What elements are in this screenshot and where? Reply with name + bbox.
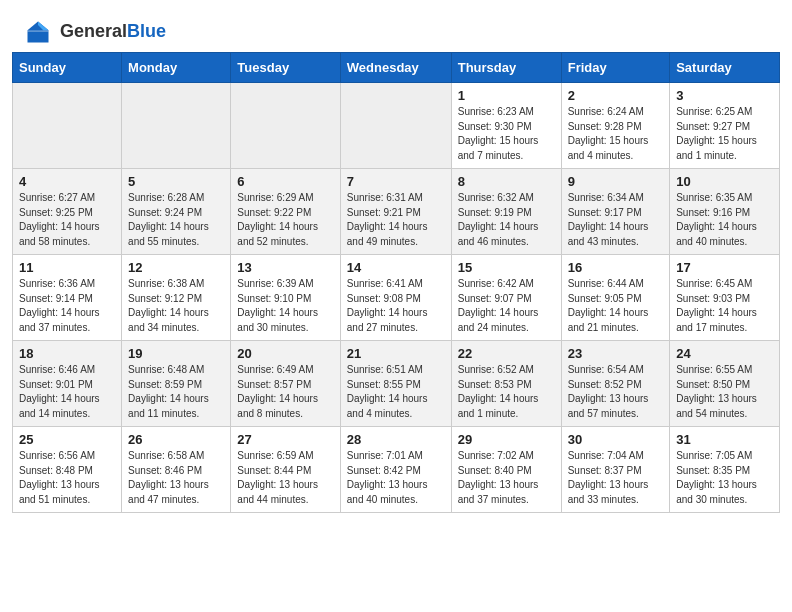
day-info: Sunrise: 6:23 AM Sunset: 9:30 PM Dayligh… — [458, 105, 555, 163]
calendar-cell — [231, 83, 340, 169]
day-number: 3 — [676, 88, 773, 103]
calendar-table: SundayMondayTuesdayWednesdayThursdayFrid… — [12, 52, 780, 513]
calendar-cell: 24Sunrise: 6:55 AM Sunset: 8:50 PM Dayli… — [670, 341, 780, 427]
day-number: 7 — [347, 174, 445, 189]
day-number: 8 — [458, 174, 555, 189]
calendar-cell: 18Sunrise: 6:46 AM Sunset: 9:01 PM Dayli… — [13, 341, 122, 427]
day-info: Sunrise: 6:58 AM Sunset: 8:46 PM Dayligh… — [128, 449, 224, 507]
day-info: Sunrise: 6:25 AM Sunset: 9:27 PM Dayligh… — [676, 105, 773, 163]
calendar-cell: 25Sunrise: 6:56 AM Sunset: 8:48 PM Dayli… — [13, 427, 122, 513]
day-info: Sunrise: 6:46 AM Sunset: 9:01 PM Dayligh… — [19, 363, 115, 421]
day-info: Sunrise: 6:56 AM Sunset: 8:48 PM Dayligh… — [19, 449, 115, 507]
calendar-cell: 17Sunrise: 6:45 AM Sunset: 9:03 PM Dayli… — [670, 255, 780, 341]
day-info: Sunrise: 6:48 AM Sunset: 8:59 PM Dayligh… — [128, 363, 224, 421]
svg-rect-2 — [28, 30, 49, 32]
day-number: 15 — [458, 260, 555, 275]
day-number: 5 — [128, 174, 224, 189]
day-number: 18 — [19, 346, 115, 361]
day-info: Sunrise: 6:31 AM Sunset: 9:21 PM Dayligh… — [347, 191, 445, 249]
day-number: 21 — [347, 346, 445, 361]
calendar-cell — [340, 83, 451, 169]
weekday-row: SundayMondayTuesdayWednesdayThursdayFrid… — [13, 53, 780, 83]
logo: GeneralBlue — [24, 18, 166, 46]
calendar-week-row: 18Sunrise: 6:46 AM Sunset: 9:01 PM Dayli… — [13, 341, 780, 427]
day-number: 19 — [128, 346, 224, 361]
day-number: 31 — [676, 432, 773, 447]
day-number: 16 — [568, 260, 664, 275]
day-number: 1 — [458, 88, 555, 103]
calendar-cell: 27Sunrise: 6:59 AM Sunset: 8:44 PM Dayli… — [231, 427, 340, 513]
weekday-header: Thursday — [451, 53, 561, 83]
weekday-header: Saturday — [670, 53, 780, 83]
calendar-cell: 19Sunrise: 6:48 AM Sunset: 8:59 PM Dayli… — [122, 341, 231, 427]
day-info: Sunrise: 6:45 AM Sunset: 9:03 PM Dayligh… — [676, 277, 773, 335]
day-info: Sunrise: 7:01 AM Sunset: 8:42 PM Dayligh… — [347, 449, 445, 507]
calendar-cell: 8Sunrise: 6:32 AM Sunset: 9:19 PM Daylig… — [451, 169, 561, 255]
day-info: Sunrise: 6:44 AM Sunset: 9:05 PM Dayligh… — [568, 277, 664, 335]
page: GeneralBlue SundayMondayTuesdayWednesday… — [0, 0, 792, 612]
calendar-cell: 30Sunrise: 7:04 AM Sunset: 8:37 PM Dayli… — [561, 427, 670, 513]
calendar-cell: 31Sunrise: 7:05 AM Sunset: 8:35 PM Dayli… — [670, 427, 780, 513]
day-info: Sunrise: 6:28 AM Sunset: 9:24 PM Dayligh… — [128, 191, 224, 249]
calendar-cell: 15Sunrise: 6:42 AM Sunset: 9:07 PM Dayli… — [451, 255, 561, 341]
weekday-header: Friday — [561, 53, 670, 83]
day-number: 30 — [568, 432, 664, 447]
day-info: Sunrise: 6:41 AM Sunset: 9:08 PM Dayligh… — [347, 277, 445, 335]
day-number: 27 — [237, 432, 333, 447]
calendar-cell: 16Sunrise: 6:44 AM Sunset: 9:05 PM Dayli… — [561, 255, 670, 341]
calendar-cell — [122, 83, 231, 169]
day-info: Sunrise: 6:54 AM Sunset: 8:52 PM Dayligh… — [568, 363, 664, 421]
calendar-cell — [13, 83, 122, 169]
day-info: Sunrise: 6:29 AM Sunset: 9:22 PM Dayligh… — [237, 191, 333, 249]
day-info: Sunrise: 6:24 AM Sunset: 9:28 PM Dayligh… — [568, 105, 664, 163]
day-number: 9 — [568, 174, 664, 189]
day-info: Sunrise: 6:36 AM Sunset: 9:14 PM Dayligh… — [19, 277, 115, 335]
calendar-body: 1Sunrise: 6:23 AM Sunset: 9:30 PM Daylig… — [13, 83, 780, 513]
day-number: 20 — [237, 346, 333, 361]
day-number: 10 — [676, 174, 773, 189]
calendar-cell: 5Sunrise: 6:28 AM Sunset: 9:24 PM Daylig… — [122, 169, 231, 255]
header: GeneralBlue — [0, 0, 792, 52]
day-number: 14 — [347, 260, 445, 275]
weekday-header: Tuesday — [231, 53, 340, 83]
calendar-cell: 12Sunrise: 6:38 AM Sunset: 9:12 PM Dayli… — [122, 255, 231, 341]
day-number: 11 — [19, 260, 115, 275]
calendar-cell: 1Sunrise: 6:23 AM Sunset: 9:30 PM Daylig… — [451, 83, 561, 169]
calendar-cell: 20Sunrise: 6:49 AM Sunset: 8:57 PM Dayli… — [231, 341, 340, 427]
day-number: 17 — [676, 260, 773, 275]
logo-icon — [24, 18, 52, 46]
day-number: 29 — [458, 432, 555, 447]
day-info: Sunrise: 7:04 AM Sunset: 8:37 PM Dayligh… — [568, 449, 664, 507]
day-info: Sunrise: 7:05 AM Sunset: 8:35 PM Dayligh… — [676, 449, 773, 507]
day-info: Sunrise: 6:42 AM Sunset: 9:07 PM Dayligh… — [458, 277, 555, 335]
calendar-week-row: 1Sunrise: 6:23 AM Sunset: 9:30 PM Daylig… — [13, 83, 780, 169]
calendar-cell: 23Sunrise: 6:54 AM Sunset: 8:52 PM Dayli… — [561, 341, 670, 427]
calendar-week-row: 11Sunrise: 6:36 AM Sunset: 9:14 PM Dayli… — [13, 255, 780, 341]
calendar-week-row: 4Sunrise: 6:27 AM Sunset: 9:25 PM Daylig… — [13, 169, 780, 255]
calendar-cell: 4Sunrise: 6:27 AM Sunset: 9:25 PM Daylig… — [13, 169, 122, 255]
day-number: 4 — [19, 174, 115, 189]
day-number: 26 — [128, 432, 224, 447]
logo-blue: Blue — [127, 21, 166, 41]
weekday-header: Monday — [122, 53, 231, 83]
day-number: 22 — [458, 346, 555, 361]
calendar-cell: 10Sunrise: 6:35 AM Sunset: 9:16 PM Dayli… — [670, 169, 780, 255]
logo-general: GeneralBlue — [60, 21, 166, 43]
calendar-cell: 3Sunrise: 6:25 AM Sunset: 9:27 PM Daylig… — [670, 83, 780, 169]
calendar-cell: 7Sunrise: 6:31 AM Sunset: 9:21 PM Daylig… — [340, 169, 451, 255]
day-info: Sunrise: 6:59 AM Sunset: 8:44 PM Dayligh… — [237, 449, 333, 507]
day-info: Sunrise: 7:02 AM Sunset: 8:40 PM Dayligh… — [458, 449, 555, 507]
logo-text: GeneralBlue — [60, 21, 166, 43]
calendar-cell: 13Sunrise: 6:39 AM Sunset: 9:10 PM Dayli… — [231, 255, 340, 341]
weekday-header: Sunday — [13, 53, 122, 83]
day-info: Sunrise: 6:38 AM Sunset: 9:12 PM Dayligh… — [128, 277, 224, 335]
day-number: 24 — [676, 346, 773, 361]
day-info: Sunrise: 6:55 AM Sunset: 8:50 PM Dayligh… — [676, 363, 773, 421]
day-info: Sunrise: 6:32 AM Sunset: 9:19 PM Dayligh… — [458, 191, 555, 249]
calendar-cell: 11Sunrise: 6:36 AM Sunset: 9:14 PM Dayli… — [13, 255, 122, 341]
calendar-cell: 29Sunrise: 7:02 AM Sunset: 8:40 PM Dayli… — [451, 427, 561, 513]
calendar-cell: 22Sunrise: 6:52 AM Sunset: 8:53 PM Dayli… — [451, 341, 561, 427]
calendar-header: SundayMondayTuesdayWednesdayThursdayFrid… — [13, 53, 780, 83]
day-info: Sunrise: 6:27 AM Sunset: 9:25 PM Dayligh… — [19, 191, 115, 249]
day-info: Sunrise: 6:34 AM Sunset: 9:17 PM Dayligh… — [568, 191, 664, 249]
